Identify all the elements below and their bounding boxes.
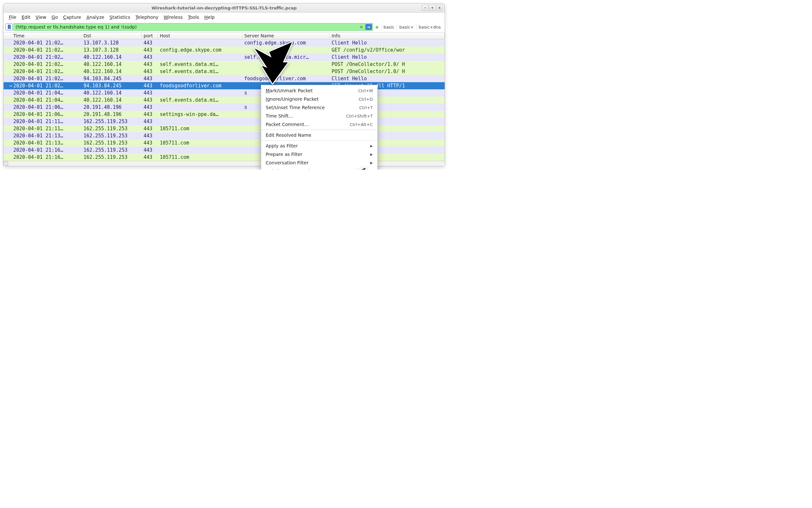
table-row[interactable]: 2020-04-01 21:02…40.122.160.14443self.ev… — [4, 54, 445, 61]
column-headers: Time Dst port Host Server Name Info — [4, 32, 445, 39]
table-row[interactable]: 2020-04-01 21:16…162.255.119.25344310571… — [4, 154, 445, 161]
filter-fav-basic-plus[interactable]: basic+ — [397, 24, 416, 30]
table-row[interactable]: 2020-04-01 21:02…94.103.84.245443foodsgo… — [4, 75, 445, 82]
table-row[interactable]: 2020-04-01 21:16…162.255.119.253443o — [4, 146, 445, 154]
titlebar: Wireshark-tutorial-on-decrypting-HTTPS-S… — [4, 4, 445, 13]
col-header-server-name[interactable]: Server Name — [242, 33, 330, 38]
ctx-item-prepare-as-filter[interactable]: Prepare as Filter▶ — [261, 150, 377, 159]
col-header-host[interactable]: Host — [158, 33, 242, 38]
table-row[interactable]: 2020-04-01 21:13…162.255.119.253443o — [4, 132, 445, 139]
menu-help[interactable]: Help — [202, 14, 217, 20]
scroll-left-icon[interactable] — [4, 161, 8, 166]
close-button[interactable]: × — [436, 5, 443, 11]
packet-rows: 2020-04-01 21:02…13.107.3.128443config.e… — [4, 39, 445, 161]
menu-tools[interactable]: Tools — [186, 14, 201, 20]
table-row[interactable]: →2020-04-01 21:02…94.103.84.245443foodsg… — [4, 82, 445, 89]
menu-analyze[interactable]: Analyze — [84, 14, 106, 20]
col-header-time[interactable]: Time — [4, 33, 82, 38]
display-filter-input[interactable] — [15, 25, 358, 30]
col-header-dst[interactable]: Dst — [82, 33, 142, 38]
table-row[interactable]: 2020-04-01 21:02…40.122.160.14443self.ev… — [4, 61, 445, 68]
ctx-item-apply-as-filter[interactable]: Apply as Filter▶ — [261, 142, 377, 150]
table-row[interactable]: 2020-04-01 21:11…162.255.119.253443o — [4, 118, 445, 125]
bookmark-icon[interactable] — [5, 24, 13, 31]
filter-toolbar: ✕ ➔ + basic basic+ basic+dns — [4, 23, 445, 32]
table-row[interactable]: 2020-04-01 21:02…40.122.160.14443self.ev… — [4, 68, 445, 75]
title-controls: – + × — [422, 5, 443, 11]
minimize-button[interactable]: – — [422, 5, 428, 11]
table-row[interactable]: 2020-04-01 21:04…40.122.160.14443so — [4, 89, 445, 96]
packet-context-menu: Mark/Unmark PacketCtrl+MIgnore/Unignore … — [261, 85, 378, 170]
menu-statistics[interactable]: Statistics — [108, 14, 132, 20]
clear-filter-button[interactable]: ✕ — [358, 24, 365, 30]
col-header-info[interactable]: Info — [330, 33, 445, 38]
table-row[interactable]: 2020-04-01 21:13…162.255.119.25344310571… — [4, 139, 445, 146]
menu-telephony[interactable]: Telephony — [133, 14, 161, 20]
ctx-item-ignore-unignore-packet[interactable]: Ignore/Unignore PacketCtrl+D — [261, 95, 377, 103]
window-title: Wireshark-tutorial-on-decrypting-HTTPS-S… — [152, 5, 297, 10]
table-row[interactable]: 2020-04-01 21:04…40.122.160.14443self.ev… — [4, 96, 445, 103]
ctx-item-colorize-conversation[interactable]: Colorize Conversation▶ — [261, 167, 377, 170]
table-row[interactable]: 2020-04-01 21:02…13.107.3.128443config.e… — [4, 39, 445, 46]
filter-fav-basic-dns[interactable]: basic+dns — [416, 24, 443, 30]
ctx-item-time-shift[interactable]: Time Shift…Ctrl+Shift+T — [261, 112, 377, 120]
apply-filter-button[interactable]: ➔ — [366, 24, 372, 30]
filter-input-wrap: ✕ ➔ — [13, 23, 373, 31]
menu-edit[interactable]: Edit — [19, 14, 32, 20]
maximize-button[interactable]: + — [429, 5, 435, 11]
packet-list-pane: Time Dst port Host Server Name Info 2020… — [4, 32, 445, 166]
menu-view[interactable]: View — [34, 14, 48, 20]
menubar: FileEditViewGoCaptureAnalyzeStatisticsTe… — [4, 13, 445, 23]
table-row[interactable]: 2020-04-01 21:02…13.107.3.128443config.e… — [4, 46, 445, 54]
horizontal-scrollbar[interactable] — [4, 161, 445, 166]
col-header-port[interactable]: port — [142, 33, 158, 38]
menu-wireless[interactable]: Wireless — [162, 14, 185, 20]
ctx-item-edit-resolved-name[interactable]: Edit Resolved Name — [261, 131, 377, 139]
menu-go[interactable]: Go — [50, 14, 60, 20]
add-filter-button[interactable]: + — [374, 24, 380, 30]
menu-capture[interactable]: Capture — [61, 14, 83, 20]
table-row[interactable]: 2020-04-01 21:06…20.191.48.196443so — [4, 103, 445, 111]
ctx-item-conversation-filter[interactable]: Conversation Filter▶ — [261, 159, 377, 167]
table-row[interactable]: 2020-04-01 21:06…20.191.48.196443setting… — [4, 111, 445, 118]
wireshark-window: Wireshark-tutorial-on-decrypting-HTTPS-S… — [3, 3, 445, 166]
ctx-item-set-unset-time-reference[interactable]: Set/Unset Time ReferenceCtrl+T — [261, 103, 377, 112]
ctx-item-mark-unmark-packet[interactable]: Mark/Unmark PacketCtrl+M — [261, 86, 377, 95]
menu-file[interactable]: File — [7, 14, 18, 20]
table-row[interactable]: 2020-04-01 21:11…162.255.119.25344310571… — [4, 125, 445, 132]
ctx-item-packet-comment[interactable]: Packet Comment…Ctrl+Alt+C — [261, 120, 377, 129]
filter-fav-basic[interactable]: basic — [381, 24, 396, 30]
